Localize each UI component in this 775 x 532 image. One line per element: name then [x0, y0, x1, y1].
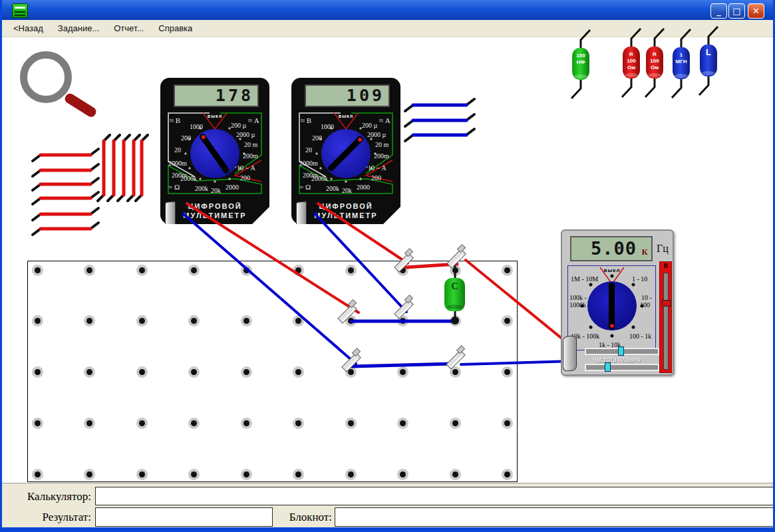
board-hole[interactable] — [188, 265, 200, 276]
mm2-range: 200 — [371, 174, 381, 182]
board-hole[interactable] — [84, 366, 95, 378]
generator-terminal[interactable] — [563, 335, 577, 372]
result-input[interactable] — [95, 507, 273, 527]
board-hole[interactable] — [345, 469, 357, 480]
mm2-range: 20k — [342, 187, 352, 194]
window-bottom-border — [0, 527, 775, 532]
board-hole[interactable] — [241, 315, 252, 327]
board-hole[interactable] — [293, 265, 304, 276]
board-hole[interactable] — [136, 469, 148, 480]
board-hole[interactable] — [136, 315, 148, 327]
multimeter-1-terminal[interactable] — [165, 201, 176, 229]
mm2-range: 200k — [326, 185, 339, 192]
generator-voltage-track[interactable] — [663, 273, 669, 370]
bin-capacitor[interactable]: 100 НФ — [572, 48, 589, 80]
board-hole[interactable] — [502, 469, 513, 480]
board-hole[interactable] — [188, 366, 200, 378]
board-hole[interactable] — [241, 265, 252, 276]
board-hole[interactable] — [241, 469, 252, 480]
board-hole[interactable] — [188, 469, 200, 480]
minimize-button[interactable]: _ — [710, 3, 727, 19]
board-hole[interactable] — [345, 315, 357, 327]
board-hole[interactable] — [450, 366, 461, 378]
mm1-range: 2000k — [180, 175, 197, 182]
generator-slider-coarse-handle[interactable] — [618, 346, 624, 356]
mm1-ohms-label: = Ω — [168, 183, 180, 191]
component-label: 100 — [572, 53, 589, 59]
board-hole[interactable] — [32, 418, 43, 429]
board-hole[interactable] — [293, 366, 304, 378]
board-hole[interactable] — [84, 315, 95, 327]
bin-inductor-1[interactable]: 1 МГН — [673, 47, 690, 79]
mm1-range: 1000 — [190, 123, 203, 130]
red-wire-bin-horizontal[interactable] — [33, 149, 98, 235]
board-hole[interactable] — [241, 366, 252, 378]
board-hole[interactable] — [293, 469, 304, 480]
magnifier-icon[interactable] — [20, 51, 72, 103]
maximize-icon: □ — [732, 6, 740, 16]
bin-inductor-2[interactable]: L — [700, 45, 717, 76]
board-hole[interactable] — [397, 366, 408, 378]
board-hole[interactable] — [450, 418, 461, 429]
board-hole[interactable] — [84, 418, 95, 429]
board-hole[interactable] — [345, 265, 357, 276]
menu-item-task[interactable]: Задание... — [51, 21, 106, 35]
generator-slider-fine-handle[interactable] — [605, 362, 611, 372]
blue-wire-bin[interactable] — [405, 99, 474, 141]
bin-resistor-2[interactable]: R 100 Ом — [646, 47, 663, 78]
magnifier-handle[interactable] — [63, 92, 98, 118]
menu-item-back[interactable]: <Назад — [6, 21, 51, 35]
board-hole[interactable] — [84, 469, 95, 480]
frequency-generator: 5.00 К Гц выкл 1М - 10М 1 - 10 100k - 10… — [561, 229, 674, 376]
board-hole[interactable] — [136, 418, 148, 429]
mm2-range: 2000 — [357, 184, 370, 191]
component-label: 100 — [623, 58, 640, 65]
calculator-input[interactable] — [95, 487, 774, 505]
board-hole[interactable] — [293, 418, 304, 429]
board-hole[interactable] — [502, 366, 513, 378]
board-hole[interactable] — [241, 418, 252, 429]
board-hole[interactable] — [450, 315, 461, 327]
multimeter-2-terminal[interactable] — [296, 201, 307, 229]
mm2-range: 1000 — [321, 123, 334, 130]
board-hole[interactable] — [345, 418, 357, 429]
generator-voltage-handle[interactable] — [662, 300, 671, 307]
red-wire-bin-vertical[interactable] — [98, 135, 148, 201]
board-hole[interactable] — [502, 315, 513, 327]
generator-knob[interactable] — [587, 281, 637, 331]
multimeter-1-knob[interactable] — [190, 129, 239, 178]
board-hole[interactable] — [502, 418, 513, 429]
board-hole[interactable] — [32, 265, 43, 276]
board-hole[interactable] — [136, 265, 148, 276]
board-hole[interactable] — [397, 469, 408, 480]
board-hole[interactable] — [397, 418, 408, 429]
generator-slider-fine[interactable] — [585, 364, 659, 371]
board-hole[interactable] — [32, 469, 43, 480]
bin-resistor-1[interactable]: R 100 Ом — [623, 47, 640, 78]
notepad-input[interactable] — [335, 507, 774, 527]
app-window: _ □ ✕ <Назад Задание... Отчет... Справка… — [0, 0, 775, 532]
board-hole[interactable] — [397, 315, 408, 327]
multimeter-2-dial: ≈ В выкл ≈ А 1000 200 20 2000m 200m 200 … — [297, 111, 395, 196]
board-hole[interactable] — [502, 265, 513, 276]
menu-item-help[interactable]: Справка — [151, 21, 200, 35]
board-hole[interactable] — [136, 366, 148, 378]
board-hole[interactable] — [188, 418, 200, 429]
titlebar: _ □ ✕ — [0, 0, 775, 20]
generator-voltage-strip: В — [659, 261, 672, 373]
menu-item-report[interactable]: Отчет... — [106, 21, 151, 35]
board-hole[interactable] — [450, 265, 461, 276]
board-hole[interactable] — [450, 469, 461, 480]
board-capacitor[interactable]: C — [444, 278, 465, 311]
board-hole[interactable] — [84, 265, 95, 276]
board-hole[interactable] — [188, 315, 200, 327]
board-hole[interactable] — [32, 366, 43, 378]
close-button[interactable]: ✕ — [748, 3, 764, 19]
generator-slider-coarse[interactable] — [585, 348, 659, 355]
board-hole[interactable] — [397, 265, 408, 276]
board-hole[interactable] — [32, 315, 43, 327]
board-hole[interactable] — [293, 315, 304, 327]
board-hole[interactable] — [345, 366, 357, 378]
multimeter-2-knob[interactable] — [321, 129, 371, 178]
maximize-button[interactable]: □ — [728, 3, 745, 19]
